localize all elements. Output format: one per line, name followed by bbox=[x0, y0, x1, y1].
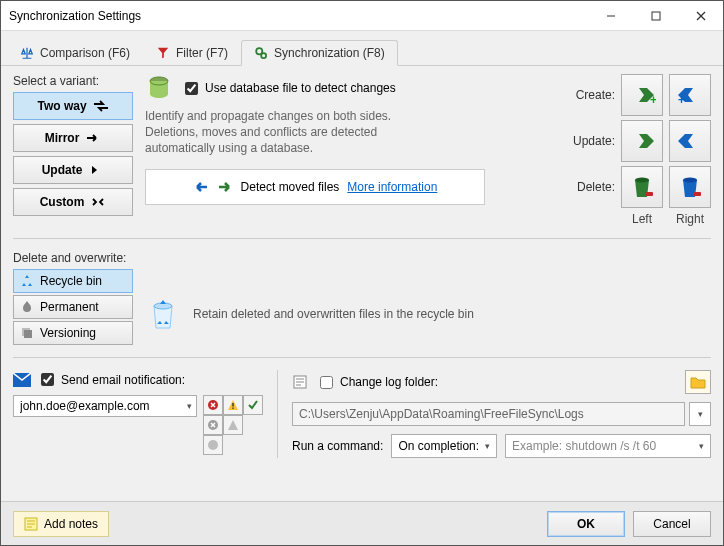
sync-actions-section: Create: + + Update: Delete: Left Right bbox=[521, 74, 711, 226]
add-notes-button[interactable]: Add notes bbox=[13, 511, 109, 537]
email-combobox[interactable]: ▾ bbox=[13, 395, 197, 417]
separator bbox=[13, 238, 711, 239]
variant-description: Identify and propagate changes on both s… bbox=[145, 108, 405, 157]
variant-custom-button[interactable]: Custom bbox=[13, 188, 133, 216]
tab-filter[interactable]: Filter (F7) bbox=[143, 40, 241, 66]
browse-folder-button[interactable] bbox=[685, 370, 711, 394]
log-path-dropdown[interactable]: ▾ bbox=[689, 402, 711, 426]
notify-success-button[interactable] bbox=[243, 395, 263, 415]
settings-window: Synchronization Settings Comparison (F6)… bbox=[0, 0, 724, 546]
checkbox-label: Send email notification: bbox=[61, 373, 185, 387]
detect-moved-box: Detect moved files More information bbox=[145, 169, 485, 205]
delete-right-button[interactable] bbox=[669, 166, 711, 208]
svg-text:+: + bbox=[678, 93, 685, 106]
email-input[interactable] bbox=[18, 398, 187, 414]
run-when-select[interactable]: On completion: ▾ bbox=[391, 434, 497, 458]
dialog-body: Select a variant: Two way Mirror Update bbox=[1, 66, 723, 501]
description-section: Use database file to detect changes Iden… bbox=[145, 74, 509, 226]
svg-point-22 bbox=[208, 440, 218, 450]
scale-icon bbox=[20, 46, 34, 60]
trash-blue-icon bbox=[678, 174, 702, 200]
send-email-checkbox[interactable]: Send email notification: bbox=[37, 370, 185, 389]
use-database-checkbox-input[interactable] bbox=[185, 82, 198, 95]
variant-two-way-button[interactable]: Two way bbox=[13, 92, 133, 120]
run-command-combobox[interactable]: Example: shutdown /s /t 60 ▾ bbox=[505, 434, 711, 458]
minimize-button[interactable] bbox=[588, 1, 633, 30]
two-way-icon bbox=[93, 98, 109, 114]
log-icon bbox=[292, 374, 308, 390]
change-log-checkbox[interactable]: Change log folder: bbox=[316, 373, 438, 392]
more-information-link[interactable]: More information bbox=[347, 180, 437, 194]
recycle-bin-icon bbox=[145, 296, 181, 332]
warning-icon bbox=[227, 399, 239, 411]
svg-point-12 bbox=[683, 178, 697, 183]
notify-condition-grid bbox=[203, 395, 263, 455]
tab-bar: Comparison (F6) Filter (F7) Synchronizat… bbox=[1, 31, 723, 66]
error-off-icon bbox=[207, 439, 219, 451]
notify-error-disabled-button[interactable] bbox=[203, 415, 223, 435]
notify-warning-disabled-button[interactable] bbox=[223, 415, 243, 435]
funnel-icon bbox=[156, 46, 170, 60]
arrow-left-blue-icon bbox=[676, 130, 704, 152]
svg-rect-19 bbox=[232, 403, 233, 407]
change-log-checkbox-input[interactable] bbox=[320, 376, 333, 389]
svg-rect-13 bbox=[693, 192, 701, 196]
folder-icon bbox=[690, 375, 706, 389]
svg-rect-1 bbox=[652, 12, 660, 20]
note-icon bbox=[24, 517, 38, 531]
arrow-right-green-icon bbox=[628, 130, 656, 152]
svg-text:+: + bbox=[650, 93, 656, 106]
cancel-button[interactable]: Cancel bbox=[633, 511, 711, 537]
variant-label: Two way bbox=[37, 99, 86, 113]
create-right-button[interactable]: + bbox=[669, 74, 711, 116]
gears-icon bbox=[254, 46, 268, 60]
notify-warning-button[interactable] bbox=[223, 395, 243, 415]
create-label: Create: bbox=[565, 88, 615, 102]
database-icon bbox=[145, 74, 173, 102]
detect-moved-label: Detect moved files bbox=[241, 180, 340, 194]
delete-label: Delete: bbox=[565, 180, 615, 194]
maximize-button[interactable] bbox=[633, 1, 678, 30]
recycle-bin-button[interactable]: Recycle bin bbox=[13, 269, 133, 293]
variant-heading: Select a variant: bbox=[13, 74, 133, 88]
tab-label: Synchronization (F8) bbox=[274, 46, 385, 60]
send-email-checkbox-input[interactable] bbox=[41, 373, 54, 386]
tab-comparison[interactable]: Comparison (F6) bbox=[7, 40, 143, 66]
button-label: Cancel bbox=[653, 517, 690, 531]
warning-grey-icon bbox=[227, 419, 239, 431]
permanent-button[interactable]: Permanent bbox=[13, 295, 133, 319]
ok-button[interactable]: OK bbox=[547, 511, 625, 537]
close-button[interactable] bbox=[678, 1, 723, 30]
run-command-label: Run a command: bbox=[292, 439, 383, 453]
tab-label: Filter (F7) bbox=[176, 46, 228, 60]
update-left-button[interactable] bbox=[621, 120, 663, 162]
svg-rect-20 bbox=[232, 408, 233, 409]
delete-section: Delete and overwrite: Recycle bin Perman… bbox=[13, 251, 711, 345]
stack-icon bbox=[20, 326, 34, 340]
create-left-button[interactable]: + bbox=[621, 74, 663, 116]
chevron-down-icon: ▾ bbox=[699, 441, 704, 451]
chevron-down-icon: ▾ bbox=[187, 401, 192, 411]
button-label: Recycle bin bbox=[40, 274, 102, 288]
delete-left-button[interactable] bbox=[621, 166, 663, 208]
update-label: Update: bbox=[565, 134, 615, 148]
variant-update-button[interactable]: Update bbox=[13, 156, 133, 184]
update-right-button[interactable] bbox=[669, 120, 711, 162]
notify-error-button[interactable] bbox=[203, 395, 223, 415]
variant-mirror-button[interactable]: Mirror bbox=[13, 124, 133, 152]
tab-label: Comparison (F6) bbox=[40, 46, 130, 60]
recycle-icon bbox=[20, 274, 34, 288]
svg-point-10 bbox=[635, 178, 649, 183]
tab-synchronization[interactable]: Synchronization (F8) bbox=[241, 40, 398, 66]
mirror-icon bbox=[85, 130, 101, 146]
bottom-section: Send email notification: ▾ bbox=[13, 370, 711, 458]
use-database-checkbox[interactable]: Use database file to detect changes bbox=[181, 79, 396, 98]
variant-label: Update bbox=[42, 163, 83, 177]
notify-error-off-button[interactable] bbox=[203, 435, 223, 455]
error-icon bbox=[207, 399, 219, 411]
button-label: Versioning bbox=[40, 326, 96, 340]
right-column-label: Right bbox=[669, 212, 711, 226]
window-title: Synchronization Settings bbox=[9, 9, 588, 23]
separator bbox=[13, 357, 711, 358]
versioning-button[interactable]: Versioning bbox=[13, 321, 133, 345]
